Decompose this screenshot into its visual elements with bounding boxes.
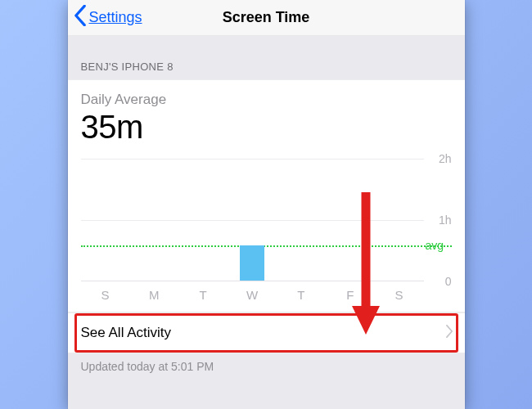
chart-bar-column <box>228 159 277 281</box>
chart-bar-column <box>129 159 178 281</box>
chart-bar-column <box>375 159 424 281</box>
chart-x-axis: SMTWTFS <box>81 288 452 302</box>
daily-average-label: Daily Average <box>81 92 452 108</box>
chart-y-axis: 2h1h0avg <box>424 159 452 281</box>
chart-x-tick: F <box>326 288 375 302</box>
chevron-right-icon <box>446 325 453 342</box>
see-all-activity-label: See All Activity <box>81 325 172 341</box>
chart-bar-column <box>277 159 326 281</box>
weekly-chart: 2h1h0avg <box>81 159 452 281</box>
chart-x-tick: S <box>81 288 130 302</box>
chart-x-tick: M <box>129 288 178 302</box>
chart-y-tick: 1h <box>439 213 452 227</box>
daily-average-value: 35m <box>81 110 452 144</box>
chart-plot-area <box>81 159 424 281</box>
section-header: BENJ'S IPHONE 8 <box>68 36 465 79</box>
chart-y-tick: 2h <box>439 152 452 165</box>
chart-x-tick: T <box>277 288 326 302</box>
chart-x-tick: T <box>178 288 228 302</box>
chart-x-tick: S <box>375 288 424 302</box>
chart-bar <box>240 245 264 281</box>
chart-bar-column <box>326 159 375 281</box>
back-label: Settings <box>89 9 142 26</box>
back-button[interactable]: Settings <box>73 0 142 35</box>
chevron-left-icon <box>73 5 88 30</box>
chart-avg-label: avg <box>426 239 444 252</box>
page-title: Screen Time <box>223 9 310 26</box>
updated-timestamp: Updated today at 5:01 PM <box>68 353 465 380</box>
chart-x-tick: W <box>228 288 277 302</box>
usage-card: Daily Average 35m 2h1h0avg SMTWTFS <box>68 79 465 312</box>
navbar: Settings Screen Time <box>68 0 465 36</box>
chart-y-tick: 0 <box>445 275 452 288</box>
chart-bar-column <box>81 159 130 281</box>
chart-bar-column <box>178 159 228 281</box>
screen-time-screenshot: Settings Screen Time BENJ'S IPHONE 8 Dai… <box>68 0 465 409</box>
see-all-activity-button[interactable]: See All Activity <box>68 312 465 353</box>
